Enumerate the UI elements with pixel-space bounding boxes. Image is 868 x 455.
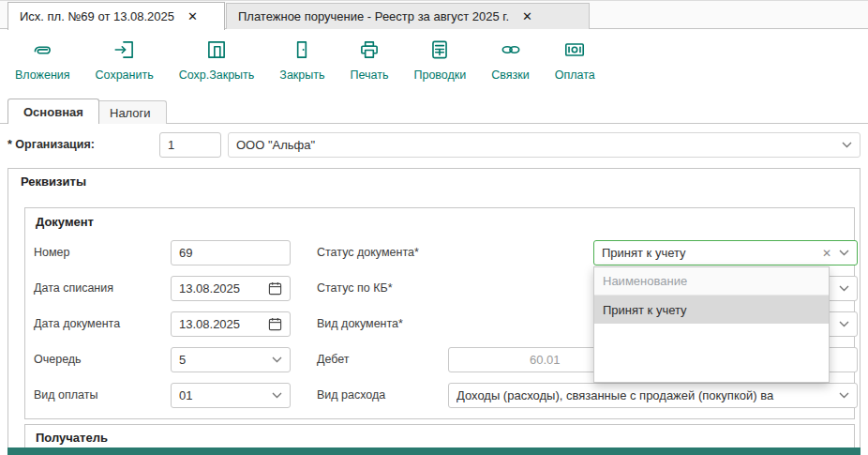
chevron-down-icon[interactable] bbox=[839, 285, 849, 292]
payment-order-window: Исх. пл. №69 от 13.08.2025 ✕ Платежное п… bbox=[0, 0, 868, 455]
postings-icon bbox=[427, 38, 452, 65]
window-tab-outgoing-payment[interactable]: Исх. пл. №69 от 13.08.2025 ✕ bbox=[7, 2, 225, 30]
window-tab-label: Исх. пл. №69 от 13.08.2025 bbox=[20, 9, 174, 23]
save-close-icon bbox=[204, 38, 229, 65]
links-label: Связки bbox=[491, 68, 529, 82]
dropdown-column-header: Наименование bbox=[594, 267, 829, 296]
organization-label: * Организация: bbox=[7, 138, 95, 151]
debit-date-input[interactable]: 13.08.2025 bbox=[171, 276, 291, 301]
save-close-label: Сохр.Закрыть bbox=[179, 68, 255, 82]
save-label: Сохранить bbox=[96, 68, 154, 82]
debit-label: Дебет bbox=[317, 353, 350, 366]
postings-label: Проводки bbox=[413, 68, 466, 82]
clear-icon[interactable]: ✕ bbox=[822, 247, 831, 260]
dropdown-item-accepted[interactable]: Принят к учету bbox=[594, 296, 829, 324]
number-input[interactable]: 69 bbox=[171, 240, 291, 265]
number-label: Номер bbox=[34, 246, 69, 259]
calendar-icon[interactable] bbox=[268, 317, 282, 331]
close-tab-icon[interactable]: ✕ bbox=[522, 9, 532, 23]
expense-kind-value: Доходы (расходы), связанные с продажей (… bbox=[456, 388, 831, 402]
payment-type-select[interactable]: 01 bbox=[171, 383, 291, 408]
doc-date-input[interactable]: 13.08.2025 bbox=[171, 311, 291, 337]
queue-select[interactable]: 5 bbox=[171, 347, 291, 372]
doc-date-label: Дата документа bbox=[34, 317, 120, 330]
debit-date-label: Дата списания bbox=[34, 281, 113, 295]
links-button[interactable]: Связки bbox=[491, 38, 529, 82]
form-tab-bar: Основная Налоги bbox=[0, 98, 868, 124]
queue-value: 5 bbox=[179, 353, 264, 367]
status-dropdown-panel: Наименование Принят к учету bbox=[593, 266, 830, 383]
save-icon bbox=[112, 38, 137, 65]
recipient-title: Получатель bbox=[34, 431, 110, 445]
doc-status-select[interactable]: Принят к учету ✕ bbox=[593, 240, 858, 265]
organization-name-value: ООО "Альфа" bbox=[236, 138, 834, 152]
save-close-button[interactable]: Сохр.Закрыть bbox=[179, 38, 255, 82]
print-button[interactable]: Печать bbox=[351, 38, 389, 82]
save-button[interactable]: Сохранить bbox=[96, 38, 154, 82]
print-icon bbox=[357, 38, 382, 65]
organization-code-value: 1 bbox=[168, 138, 213, 152]
chevron-down-icon[interactable] bbox=[839, 321, 849, 327]
doc-status-label: Статус документа* bbox=[317, 246, 419, 259]
close-button[interactable]: Закрыть bbox=[279, 38, 324, 82]
table-header-strip bbox=[7, 447, 861, 455]
close-label: Закрыть bbox=[279, 68, 324, 82]
chevron-down-icon[interactable] bbox=[272, 356, 282, 363]
chevron-down-icon[interactable] bbox=[842, 142, 852, 148]
expense-kind-select[interactable]: Доходы (расходы), связанные с продажей (… bbox=[448, 383, 858, 408]
expense-kind-label: Вид расхода bbox=[317, 388, 385, 402]
debit-date-value: 13.08.2025 bbox=[179, 281, 268, 296]
attachments-label: Вложения bbox=[15, 68, 70, 82]
chevron-down-icon[interactable] bbox=[839, 250, 849, 256]
doc-kind-label: Вид документа* bbox=[317, 317, 403, 330]
close-tab-icon[interactable]: ✕ bbox=[187, 9, 198, 23]
attachments-icon bbox=[30, 38, 54, 65]
door-close-icon bbox=[290, 38, 314, 65]
window-tab-bar: Исх. пл. №69 от 13.08.2025 ✕ Платежное п… bbox=[0, 0, 868, 29]
doc-status-value: Принят к учету bbox=[602, 246, 815, 260]
payment-label: Оплата bbox=[555, 68, 595, 82]
attachments-button[interactable]: Вложения bbox=[15, 38, 70, 82]
chevron-down-icon[interactable] bbox=[839, 392, 849, 399]
window-tab-label: Платежное поручение - Реестр за август 2… bbox=[238, 9, 509, 23]
calendar-icon[interactable] bbox=[268, 281, 282, 296]
kb-status-label: Статус по КБ* bbox=[317, 281, 393, 295]
chevron-down-icon[interactable] bbox=[272, 392, 282, 399]
window-tab-register[interactable]: Платежное поручение - Реестр за август 2… bbox=[226, 3, 590, 29]
print-label: Печать bbox=[351, 68, 389, 82]
organization-select[interactable]: ООО "Альфа" bbox=[228, 132, 861, 158]
number-value: 69 bbox=[179, 246, 282, 260]
tab-main[interactable]: Основная bbox=[7, 99, 99, 124]
payment-type-label: Вид оплаты bbox=[34, 388, 98, 402]
postings-button[interactable]: Проводки bbox=[413, 38, 466, 82]
tab-taxes[interactable]: Налоги bbox=[94, 100, 167, 124]
organization-code-input[interactable]: 1 bbox=[159, 132, 221, 158]
payment-type-value: 01 bbox=[179, 388, 264, 402]
links-icon bbox=[499, 38, 523, 65]
requisites-title: Реквизиты bbox=[19, 174, 88, 189]
queue-label: Очередь bbox=[34, 353, 82, 366]
payment-button[interactable]: Оплата bbox=[555, 38, 595, 82]
document-title: Документ bbox=[34, 215, 96, 229]
doc-date-value: 13.08.2025 bbox=[179, 317, 268, 331]
payment-icon bbox=[562, 38, 587, 65]
toolbar: Вложения Сохранить Сохр.Закрыть Закрыть … bbox=[0, 30, 868, 103]
